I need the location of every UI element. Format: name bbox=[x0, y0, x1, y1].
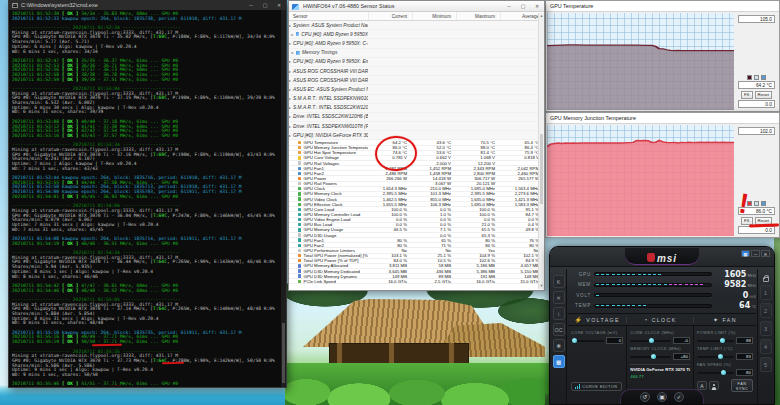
expand-arrow-icon[interactable]: ▸ bbox=[289, 114, 291, 119]
power-limit-slider[interactable] bbox=[697, 340, 734, 342]
fan-speed-slider[interactable] bbox=[697, 372, 734, 374]
settings-gear-icon[interactable]: ✱ bbox=[553, 339, 565, 352]
expand-arrow-icon[interactable]: ▸ bbox=[289, 105, 291, 110]
minimize-button[interactable]: ─ bbox=[244, 0, 258, 10]
column-maximum[interactable]: Maximum bbox=[456, 12, 500, 20]
maximize-button[interactable]: ▢ bbox=[516, 1, 530, 11]
hwinfo-group-row[interactable]: ▸CPU [#0]: AMD Ryzen 9 5950X: Enhanced bbox=[289, 58, 544, 67]
hwinfo-group-row[interactable]: ▸S.M.A.R.T.: INTEL SSDPEKNW010T8 (PHNH94… bbox=[289, 95, 544, 104]
hwinfo-group-row[interactable]: ▸Memory Timings bbox=[289, 49, 544, 58]
graph-min-scale[interactable]: 0.0 bbox=[738, 100, 775, 108]
device-chip-icon bbox=[296, 32, 300, 36]
hwinfo-scrollbar[interactable]: ▲ ▼ bbox=[538, 13, 544, 289]
core-voltage-value[interactable]: 0 bbox=[606, 337, 623, 344]
expand-arrow-icon[interactable]: ▸ bbox=[289, 41, 291, 46]
expand-arrow-icon[interactable]: ▸ bbox=[289, 78, 291, 83]
save-profile-button[interactable]: ▣ bbox=[657, 392, 667, 402]
reset-button[interactable]: Reset bbox=[755, 91, 772, 99]
oc-scanner-icon[interactable]: OC bbox=[553, 323, 565, 336]
detach-button[interactable]: ▦ bbox=[741, 250, 750, 257]
expand-arrow-icon[interactable]: ▸ bbox=[289, 23, 291, 28]
background-color-swatch[interactable] bbox=[754, 75, 759, 80]
column-minimum[interactable]: Minimum bbox=[412, 12, 456, 20]
graph-title-bar[interactable]: GPU Temperature bbox=[546, 1, 779, 12]
terminal-title-bar[interactable]: C:\ C:\Windows\system32\cmd.exe ─ ▢ ✕ bbox=[9, 0, 286, 10]
expand-arrow-icon[interactable]: ▸ bbox=[289, 87, 291, 92]
expand-arrow-icon[interactable]: ▸ bbox=[289, 59, 291, 64]
hwinfo-group-row[interactable]: ▸ASUS EC: ASUS System Product Name bbox=[289, 85, 544, 94]
temp-limit-value[interactable]: 83 bbox=[736, 353, 753, 360]
close-button[interactable]: ✕ bbox=[272, 0, 286, 10]
column-sensor[interactable]: Sensor bbox=[289, 12, 368, 20]
series-color-swatch[interactable] bbox=[747, 75, 752, 80]
group-name: ▸Drive: INTEL SSDPEKNW010T8 (PHNH94251Z7… bbox=[289, 124, 368, 129]
close-circle-icon[interactable]: ✕ bbox=[553, 291, 565, 304]
hwinfo-group-row[interactable]: ▸CPU [#0]: AMD Ryzen 9 5950X: C-State Re… bbox=[289, 39, 544, 48]
minimize-button[interactable]: ─ bbox=[751, 250, 760, 257]
afterburner-title-bar[interactable]: msi ▦ ─ ✕ bbox=[550, 247, 774, 267]
fan-sync-button[interactable]: FAN SYNC bbox=[731, 379, 753, 392]
hwinfo-title-bar[interactable]: HWiNFO64 v7.06-4880 Sensor Status ─ ▢ ✕ bbox=[289, 1, 544, 12]
maximize-button[interactable]: ▢ bbox=[258, 0, 272, 10]
core-clock-value[interactable]: -0 bbox=[673, 337, 690, 344]
hwinfo-group-row[interactable]: ▸ASUS ROG CROSSHAIR VIII DARK HERO (2ND … bbox=[289, 76, 544, 85]
scroll-up-arrow[interactable]: ▲ bbox=[539, 13, 544, 19]
monitor-icon[interactable]: ▦ bbox=[553, 355, 565, 368]
readout-value: 0mV bbox=[712, 291, 756, 300]
graph-title-bar[interactable]: GPU Memory Junction Temperature bbox=[546, 113, 779, 124]
graph-max-scale[interactable]: 102.0 bbox=[738, 127, 775, 135]
close-button[interactable]: ✕ bbox=[761, 250, 770, 257]
hwinfo-group-row[interactable]: ▸S.M.A.R.T.: INTEL SSDSC2KW120H6 (BTLA60… bbox=[289, 104, 544, 113]
profile-button-4[interactable]: 4 bbox=[760, 339, 772, 354]
group-name: ▸CPU [#0]: AMD Ryzen 9 5950X: C-State Re… bbox=[289, 41, 368, 46]
memory-clock-value[interactable]: +80 bbox=[673, 353, 690, 360]
core-clock-slider[interactable] bbox=[630, 340, 671, 342]
scroll-down-arrow[interactable]: ▼ bbox=[539, 283, 544, 289]
background-color-swatch[interactable] bbox=[754, 201, 759, 206]
graph-max-scale[interactable]: 105.0 bbox=[738, 15, 775, 23]
column-current[interactable]: Current bbox=[368, 12, 412, 20]
expand-arrow-icon[interactable]: ▸ bbox=[289, 32, 296, 37]
hwinfo-sensor-row[interactable]: PCIe Link Speed16.0 GT/s2.5 GT/s16.0 GT/… bbox=[289, 279, 544, 284]
profile-button-2[interactable]: 2 bbox=[760, 303, 772, 318]
expand-arrow-icon[interactable]: ▸ bbox=[289, 133, 291, 138]
profile-button-1[interactable]: 1 bbox=[760, 285, 772, 300]
power-limit-value[interactable]: 88 bbox=[736, 337, 753, 344]
hwinfo-group-row[interactable]: ▸System: ASUS System Product Name bbox=[289, 21, 544, 30]
expand-arrow-icon[interactable]: ▸ bbox=[289, 69, 291, 74]
hwinfo-column-headers[interactable]: Sensor Current Minimum Maximum Average bbox=[289, 12, 544, 21]
hwinfo-group-row[interactable]: ▸ASUS ROG CROSSHAIR VIII DARK HERO (Nuvo… bbox=[289, 67, 544, 76]
fx-button[interactable]: FX bbox=[741, 91, 753, 99]
reset-button[interactable]: ↺ bbox=[640, 392, 650, 402]
terminal-scrollbar[interactable] bbox=[281, 10, 286, 387]
minimize-button[interactable]: ─ bbox=[502, 1, 516, 11]
user-fan-button[interactable] bbox=[709, 381, 719, 390]
readout-unit: °C bbox=[751, 304, 756, 309]
grid-color-swatch[interactable] bbox=[761, 75, 766, 80]
graph-legend-swatches[interactable] bbox=[747, 201, 766, 206]
graph-min-scale[interactable]: 0.0 bbox=[738, 226, 775, 234]
hwinfo-group-row[interactable]: ▸Drive: INTEL SSDPEKNW010T8 (PHNH94251Z7… bbox=[289, 122, 544, 131]
person-icon bbox=[712, 384, 716, 388]
expand-arrow-icon[interactable]: ▸ bbox=[289, 50, 296, 55]
auto-fan-button[interactable]: A bbox=[697, 381, 707, 390]
apply-button[interactable]: ✓ bbox=[674, 392, 684, 402]
close-button[interactable]: ✕ bbox=[530, 1, 544, 11]
hwinfo-group-row[interactable]: ▸Drive: INTEL SSDSC2KW120H6 (BTLA60440 0… bbox=[289, 113, 544, 122]
lock-icon[interactable] bbox=[763, 277, 769, 282]
fan-speed-value[interactable]: 80 bbox=[736, 369, 753, 376]
expand-arrow-icon[interactable]: ▸ bbox=[289, 96, 291, 101]
core-voltage-slider[interactable] bbox=[571, 340, 604, 342]
kombustor-icon[interactable]: K bbox=[553, 275, 565, 288]
memory-clock-slider[interactable] bbox=[630, 356, 671, 358]
expand-arrow-icon[interactable]: ▸ bbox=[289, 124, 291, 129]
bars-icon bbox=[575, 384, 580, 389]
profile-button-5[interactable]: 5 bbox=[760, 357, 772, 372]
hwinfo-group-row[interactable]: ▸CPU [#0]: AMD Ryzen 9 5950X bbox=[289, 30, 544, 39]
grid-color-swatch[interactable] bbox=[761, 201, 766, 206]
info-icon[interactable]: i bbox=[553, 307, 565, 320]
graph-legend-swatches[interactable] bbox=[747, 75, 766, 80]
temp-limit-slider[interactable] bbox=[697, 356, 734, 358]
curve-editor-button[interactable]: CURVE EDITOR bbox=[571, 382, 622, 391]
profile-button-3[interactable]: 3 bbox=[760, 321, 772, 336]
